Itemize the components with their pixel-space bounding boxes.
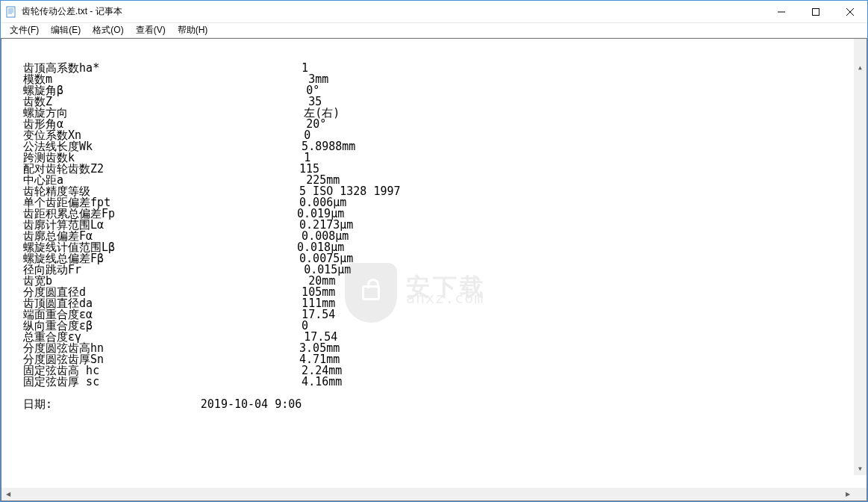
scroll-corner (854, 488, 867, 501)
minimize-button[interactable] (764, 1, 799, 22)
menu-bar: 文件(F) 编辑(E) 格式(O) 查看(V) 帮助(H) (1, 23, 867, 38)
scroll-left-arrow[interactable]: ◀ (1, 488, 14, 501)
scroll-up-arrow[interactable]: ▲ (854, 61, 867, 74)
close-button[interactable] (833, 1, 867, 22)
notepad-icon (5, 6, 17, 18)
maximize-button[interactable] (799, 1, 833, 22)
horizontal-scrollbar[interactable]: ◀ ▶ (1, 488, 867, 501)
vertical-scrollbar[interactable]: ▲ ▼ (854, 39, 867, 475)
svg-rect-6 (813, 8, 819, 15)
menu-file[interactable]: 文件(F) (4, 22, 45, 38)
menu-view[interactable]: 查看(V) (130, 22, 172, 38)
menu-format[interactable]: 格式(O) (87, 22, 129, 38)
window-controls (764, 1, 867, 22)
scroll-right-arrow[interactable]: ▶ (841, 488, 854, 501)
document-text[interactable]: 齿顶高系数ha* 1 模数m 3mm 螺旋角β 0° 齿数Z 35 螺旋方向 (3, 40, 865, 410)
scroll-track[interactable] (14, 488, 841, 501)
menu-help[interactable]: 帮助(H) (172, 22, 214, 38)
text-area[interactable]: 齿顶高系数ha* 1 模数m 3mm 螺旋角β 0° 齿数Z 35 螺旋方向 (1, 39, 867, 488)
title-bar: 齿轮传动公差.txt - 记事本 (1, 1, 867, 23)
window-title: 齿轮传动公差.txt - 记事本 (22, 5, 764, 18)
content-wrapper: 齿顶高系数ha* 1 模数m 3mm 螺旋角β 0° 齿数Z 35 螺旋方向 (1, 38, 867, 501)
menu-edit[interactable]: 编辑(E) (45, 22, 87, 38)
scroll-down-arrow[interactable]: ▼ (854, 462, 867, 475)
